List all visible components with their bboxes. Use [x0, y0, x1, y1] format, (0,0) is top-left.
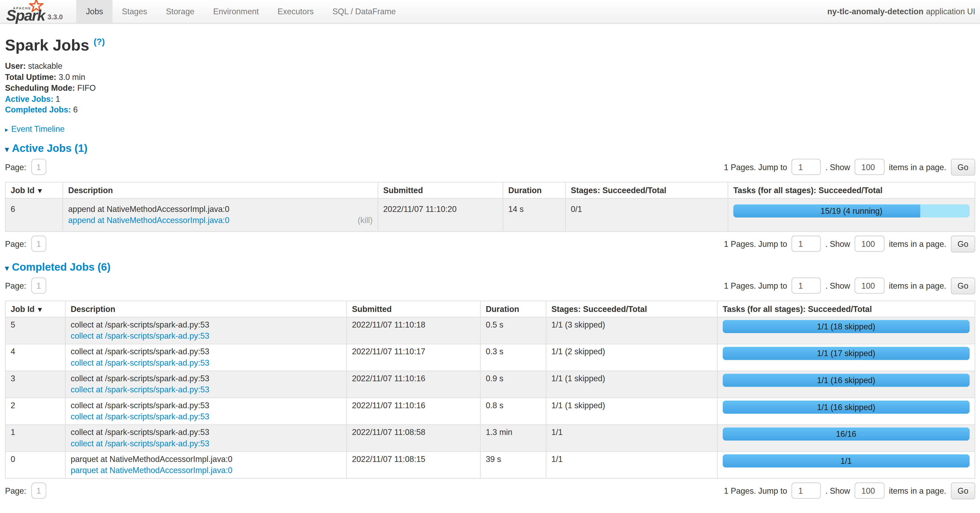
- description-cell: parquet at NativeMethodAccessorImpl.java…: [65, 451, 347, 478]
- progress-label: 1/1: [723, 454, 970, 467]
- description-link[interactable]: parquet at NativeMethodAccessorImpl.java…: [71, 465, 232, 475]
- description-link[interactable]: collect at /spark-scripts/spark-ad.py:53: [71, 385, 209, 394]
- tasks-cell: 1/1: [718, 451, 975, 478]
- col-tasks[interactable]: Tasks (for all stages): Succeeded/Total: [718, 300, 975, 317]
- summary-uptime: Total Uptime: 3.0 min: [5, 71, 975, 82]
- col-job-id[interactable]: Job Id▼: [5, 182, 63, 198]
- pagination-active-top: Page: 1 1 Pages. Jump to . Show items in…: [5, 159, 975, 175]
- tasks-progress-bar: 15/19 (4 running): [733, 204, 970, 217]
- col-submitted[interactable]: Submitted: [347, 300, 480, 317]
- collapse-closed-icon: ▸: [5, 126, 8, 133]
- col-duration[interactable]: Duration: [503, 182, 565, 198]
- description-link[interactable]: append at NativeMethodAccessorImpl.java:…: [68, 214, 229, 226]
- go-button[interactable]: Go: [951, 159, 975, 175]
- active-jobs-link[interactable]: Active Jobs:: [5, 94, 54, 103]
- items-per-page-input[interactable]: [854, 483, 885, 499]
- col-submitted[interactable]: Submitted: [378, 182, 503, 198]
- active-jobs-heading[interactable]: ▾Active Jobs (1): [5, 142, 975, 154]
- tab-executors[interactable]: Executors: [268, 0, 323, 23]
- jump-to-page-input[interactable]: [792, 278, 821, 294]
- duration-cell: 14 s: [503, 198, 565, 231]
- event-timeline-toggle[interactable]: ▸Event Timeline: [5, 124, 975, 133]
- page-number-box[interactable]: 1: [31, 483, 46, 499]
- description-link[interactable]: collect at /spark-scripts/spark-ad.py:53: [71, 412, 209, 421]
- col-description[interactable]: Description: [63, 182, 378, 198]
- job-summary: User: stackable Total Uptime: 3.0 min Sc…: [5, 60, 975, 115]
- items-text: items in a page.: [889, 486, 947, 495]
- col-description[interactable]: Description: [65, 300, 347, 317]
- tab-sql-dataframe[interactable]: SQL / DataFrame: [323, 0, 405, 23]
- table-header-row: Job Id▼ Description Submitted Duration S…: [5, 300, 975, 317]
- completed-jobs-table: Job Id▼ Description Submitted Duration S…: [5, 300, 975, 478]
- job-id-cell: 0: [5, 451, 65, 478]
- col-tasks[interactable]: Tasks (for all stages): Succeeded/Total: [728, 182, 975, 198]
- jump-to-page-input[interactable]: [792, 159, 821, 175]
- col-duration[interactable]: Duration: [480, 300, 546, 317]
- tasks-progress-bar: 1/1: [723, 454, 970, 467]
- spark-logo[interactable]: APACHE Spark 3.3.0: [4, 0, 68, 23]
- active-jobs-table: Job Id▼ Description Submitted Duration S…: [5, 181, 975, 232]
- page-number-box[interactable]: 1: [31, 236, 46, 252]
- completed-jobs-link[interactable]: Completed Jobs:: [5, 105, 71, 114]
- progress-label: 16/16: [723, 427, 970, 440]
- page-number-box[interactable]: 1: [31, 278, 46, 294]
- submitted-cell: 2022/11/07 11:10:16: [347, 371, 480, 398]
- go-button[interactable]: Go: [951, 277, 975, 294]
- stages-cell: 0/1: [566, 198, 728, 231]
- description-link[interactable]: collect at /spark-scripts/spark-ad.py:53: [71, 438, 209, 448]
- items-per-page-input[interactable]: [854, 278, 885, 294]
- description-link[interactable]: collect at /spark-scripts/spark-ad.py:53: [71, 331, 209, 340]
- description-link[interactable]: collect at /spark-scripts/spark-ad.py:53: [71, 358, 209, 367]
- summary-scheduling-mode: Scheduling Mode: FIFO: [5, 83, 975, 94]
- collapse-open-icon: ▾: [5, 264, 9, 272]
- application-title: ny-tlc-anomaly-detectionapplication UI: [827, 0, 975, 23]
- page-number-box[interactable]: 1: [31, 159, 46, 175]
- tasks-progress-bar: 1/1 (17 skipped): [723, 346, 970, 360]
- table-row: 2 collect at /spark-scripts/spark-ad.py:…: [5, 397, 975, 424]
- submitted-cell: 2022/11/07 11:10:20: [378, 198, 503, 231]
- table-row: 3 collect at /spark-scripts/spark-ad.py:…: [5, 371, 975, 398]
- items-per-page-input[interactable]: [854, 159, 885, 175]
- tab-environment[interactable]: Environment: [204, 0, 268, 23]
- items-per-page-input[interactable]: [854, 236, 885, 252]
- job-id-cell: 5: [5, 317, 65, 344]
- help-link[interactable]: (?): [94, 37, 105, 47]
- tasks-progress-bar: 1/1 (16 skipped): [723, 373, 970, 386]
- submitted-cell: 2022/11/07 11:10:16: [347, 397, 480, 424]
- items-text: items in a page.: [889, 162, 947, 172]
- col-job-id[interactable]: Job Id▼: [5, 300, 65, 317]
- col-stages[interactable]: Stages: Succeeded/Total: [566, 182, 728, 198]
- items-text: items in a page.: [889, 239, 947, 248]
- go-button[interactable]: Go: [951, 482, 975, 499]
- items-text: items in a page.: [889, 281, 947, 290]
- duration-cell: 1.3 min: [480, 424, 546, 451]
- show-text: . Show: [825, 281, 850, 290]
- kill-link[interactable]: (kill): [358, 214, 372, 226]
- table-row: 6 append at NativeMethodAccessorImpl.jav…: [5, 198, 975, 231]
- tab-jobs[interactable]: Jobs: [76, 0, 113, 23]
- sort-desc-icon: ▼: [37, 186, 43, 194]
- tasks-cell: 1/1 (18 skipped): [718, 317, 975, 344]
- spark-logo-mark: APACHE Spark: [6, 1, 45, 22]
- col-stages[interactable]: Stages: Succeeded/Total: [546, 300, 717, 317]
- tasks-cell: 15/19 (4 running): [728, 198, 975, 231]
- description-cell: collect at /spark-scripts/spark-ad.py:53…: [65, 317, 347, 344]
- tab-storage[interactable]: Storage: [157, 0, 204, 23]
- completed-jobs-heading[interactable]: ▾Completed Jobs (6): [5, 261, 975, 273]
- page-label: Page:: [5, 239, 26, 248]
- jump-to-page-input[interactable]: [792, 236, 821, 252]
- page-label: Page:: [5, 486, 26, 495]
- tasks-progress-bar: 1/1 (16 skipped): [723, 400, 970, 413]
- table-row: 0 parquet at NativeMethodAccessorImpl.ja…: [5, 451, 975, 478]
- job-id-cell: 2: [5, 397, 65, 424]
- table-row: 1 collect at /spark-scripts/spark-ad.py:…: [5, 424, 975, 451]
- collapse-open-icon: ▾: [5, 145, 9, 154]
- spark-wordmark: Spark: [6, 7, 45, 24]
- go-button[interactable]: Go: [951, 235, 975, 252]
- submitted-cell: 2022/11/07 11:10:18: [347, 317, 480, 344]
- description-cell: collect at /spark-scripts/spark-ad.py:53…: [65, 397, 347, 424]
- summary-completed-jobs: Completed Jobs: 6: [5, 104, 975, 115]
- tab-stages[interactable]: Stages: [113, 0, 156, 23]
- show-text: . Show: [825, 239, 850, 248]
- jump-to-page-input[interactable]: [792, 483, 821, 499]
